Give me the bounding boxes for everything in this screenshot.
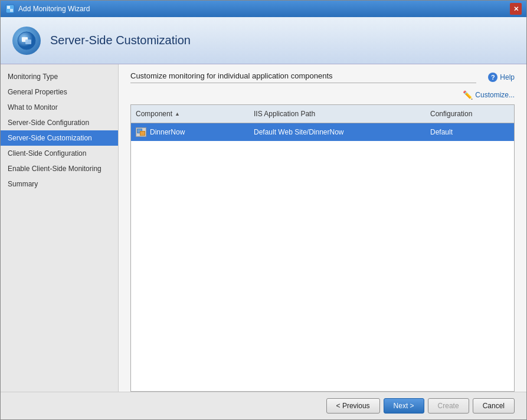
table-container: Component ▲ IIS Application Path Configu… — [130, 104, 515, 392]
sidebar-item-summary[interactable]: Summary — [1, 176, 118, 192]
customize-icon: ✏️ — [463, 90, 473, 100]
header-icon — [12, 27, 41, 55]
column-header-component[interactable]: Component ▲ — [131, 107, 249, 120]
wizard-window: Add Monitoring Wizard ✕ Server-Side Cust… — [0, 0, 527, 420]
title-bar-left: Add Monitoring Wizard — [5, 4, 90, 14]
table-body: DinnerNow Default Web Site/DinnerNow Def… — [131, 123, 514, 391]
sidebar: Monitoring TypeGeneral PropertiesWhat to… — [1, 64, 119, 392]
sidebar-item-server-side-custom[interactable]: Server-Side Customization — [1, 130, 118, 146]
column-header-iis[interactable]: IIS Application Path — [249, 107, 425, 120]
cell-component: DinnerNow — [131, 126, 249, 139]
component-icon — [136, 127, 146, 137]
table-header: Component ▲ IIS Application Path Configu… — [131, 105, 514, 123]
create-button[interactable]: Create — [428, 398, 469, 414]
help-label: Help — [500, 73, 515, 81]
cell-iis: Default Web Site/DinnerNow — [249, 126, 425, 138]
help-link[interactable]: ? Help — [488, 73, 515, 82]
cell-config: Default — [425, 126, 514, 138]
sidebar-item-server-side-config[interactable]: Server-Side Configuration — [1, 115, 118, 130]
sidebar-item-client-side-config[interactable]: Client-Side Configuration — [1, 146, 118, 161]
main-panel: Customize monitoring for individual appl… — [119, 64, 526, 392]
title-bar: Add Monitoring Wizard ✕ — [1, 1, 526, 17]
table-row[interactable]: DinnerNow Default Web Site/DinnerNow Def… — [131, 123, 514, 141]
window-title: Add Monitoring Wizard — [18, 5, 90, 13]
svg-rect-5 — [25, 40, 31, 44]
cancel-button[interactable]: Cancel — [473, 398, 515, 414]
customize-label: Customize... — [475, 91, 515, 99]
next-button[interactable]: Next > — [384, 398, 424, 414]
window-icon — [5, 4, 15, 14]
customize-button[interactable]: ✏️ Customize... — [463, 90, 515, 100]
toolbar: ✏️ Customize... — [119, 88, 526, 104]
main-title: Customize monitoring for individual appl… — [130, 71, 476, 83]
svg-rect-1 — [7, 6, 10, 9]
svg-rect-2 — [10, 9, 13, 12]
help-icon: ? — [488, 73, 497, 82]
footer: < Previous Next > Create Cancel — [1, 392, 526, 419]
close-button[interactable]: ✕ — [510, 3, 522, 15]
main-header: Customize monitoring for individual appl… — [119, 64, 526, 88]
sort-arrow: ▲ — [175, 111, 180, 117]
sidebar-item-what-to-monitor[interactable]: What to Monitor — [1, 100, 118, 115]
sidebar-item-general-properties[interactable]: General Properties — [1, 84, 118, 100]
column-header-config[interactable]: Configuration — [425, 107, 514, 120]
previous-button[interactable]: < Previous — [326, 398, 380, 414]
header-title: Server-Side Customization — [50, 34, 191, 47]
content-area: Monitoring TypeGeneral PropertiesWhat to… — [1, 64, 526, 392]
sidebar-item-enable-client-side[interactable]: Enable Client-Side Monitoring — [1, 161, 118, 176]
header-band: Server-Side Customization — [1, 17, 526, 64]
sidebar-item-monitoring-type[interactable]: Monitoring Type — [1, 69, 118, 84]
